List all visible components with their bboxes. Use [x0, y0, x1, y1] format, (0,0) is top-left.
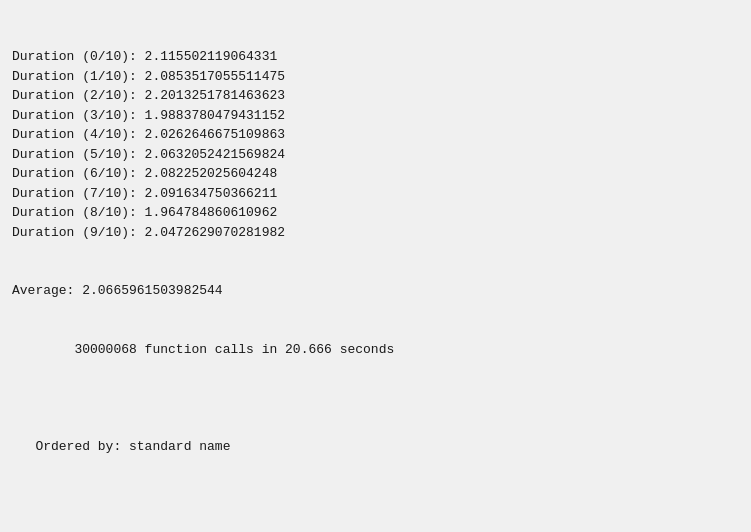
duration-line: Duration (2/10): 2.2013251781463623 [12, 86, 739, 106]
duration-line: Duration (9/10): 2.0472629070281982 [12, 223, 739, 243]
duration-line: Duration (8/10): 1.964784860610962 [12, 203, 739, 223]
calls-line: 30000068 function calls in 20.666 second… [12, 340, 739, 360]
duration-line: Duration (6/10): 2.082252025604248 [12, 164, 739, 184]
duration-line: Duration (0/10): 2.115502119064331 [12, 47, 739, 67]
duration-line: Duration (1/10): 2.0853517055511475 [12, 67, 739, 87]
average-line: Average: 2.0665961503982544 [12, 281, 739, 301]
duration-line: Duration (3/10): 1.9883780479431152 [12, 106, 739, 126]
duration-line: Duration (7/10): 2.091634750366211 [12, 184, 739, 204]
duration-lines: Duration (0/10): 2.115502119064331Durati… [12, 47, 739, 242]
terminal-output: Duration (0/10): 2.115502119064331Durati… [12, 8, 739, 532]
ordered-line: Ordered by: standard name [12, 437, 739, 457]
duration-line: Duration (5/10): 2.0632052421569824 [12, 145, 739, 165]
duration-line: Duration (4/10): 2.0262646675109863 [12, 125, 739, 145]
